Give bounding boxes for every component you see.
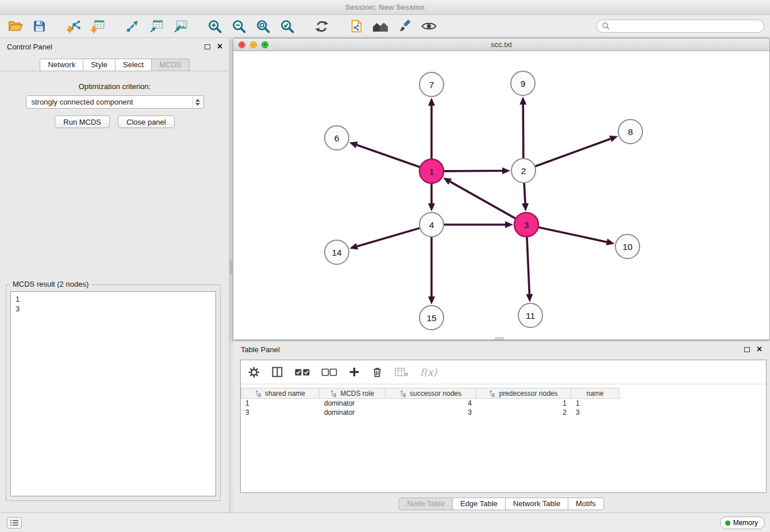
import-network-button[interactable]	[64, 17, 83, 36]
graph-node-9[interactable]: 9	[511, 71, 535, 95]
deselect-all-button[interactable]	[321, 367, 337, 378]
tab-select[interactable]: Select	[116, 59, 152, 71]
graph-edge-2-9[interactable]	[523, 105, 523, 159]
export-image-button[interactable]	[171, 17, 190, 36]
refresh-button[interactable]	[313, 17, 331, 36]
delete-table-icon	[394, 367, 409, 378]
svg-text:1: 1	[429, 167, 434, 176]
mcds-result-box[interactable]: 1 3	[10, 291, 216, 496]
columns-icon	[271, 366, 283, 378]
graph-node-4[interactable]: 4	[419, 213, 444, 237]
network-overview-button[interactable]	[371, 17, 390, 36]
tab-motifs[interactable]: Motifs	[568, 498, 604, 510]
tab-network-table[interactable]: Network Table	[506, 498, 568, 510]
tab-network[interactable]: Network	[40, 59, 83, 71]
column-header-successor-nodes[interactable]: successor nodes	[386, 388, 476, 399]
edge-arrowhead-icon	[428, 203, 435, 211]
criterion-dropdown[interactable]: strongly connected component	[26, 95, 204, 109]
edge-arrowhead-icon	[609, 136, 618, 142]
zoom-out-button[interactable]	[230, 17, 248, 36]
style-brush-button[interactable]	[395, 17, 414, 36]
show-columns-button[interactable]	[271, 366, 283, 378]
table-row[interactable]: 3 dominator 3 2 3	[241, 408, 766, 417]
column-header-predecessor-nodes[interactable]: predecessor nodes	[476, 388, 571, 399]
home-icon	[372, 20, 389, 33]
tab-edge-table[interactable]: Edge Table	[453, 498, 506, 510]
network-graph[interactable]: 7968124314101511	[233, 51, 769, 340]
close-panel-button[interactable]: Close panel	[118, 115, 175, 128]
graph-edge-1-6[interactable]	[357, 145, 420, 167]
run-mcds-button[interactable]: Run MCDS	[55, 115, 110, 128]
edge-arrowhead-icon	[505, 221, 513, 228]
window-zoom-icon[interactable]: +	[261, 41, 268, 48]
graph-node-6[interactable]: 6	[325, 126, 349, 150]
document-network-button[interactable]	[347, 17, 365, 36]
export-network-button[interactable]	[123, 17, 141, 36]
delete-row-button[interactable]	[371, 366, 383, 378]
application-window: Session: New Session	[0, 0, 770, 532]
show-hide-button[interactable]	[419, 17, 438, 36]
zoom-fit-button[interactable]	[254, 17, 272, 36]
tab-mcds[interactable]: MCDS	[152, 59, 189, 71]
svg-text:2: 2	[521, 166, 526, 176]
window-resize-handle[interactable]	[495, 337, 504, 340]
mcds-result-title: MCDS result (2 nodes)	[10, 280, 91, 288]
column-header-mcds-role[interactable]: MCDS role	[319, 388, 386, 399]
graph-node-10[interactable]: 10	[615, 234, 640, 259]
column-header-name[interactable]: name	[571, 388, 619, 399]
task-history-button[interactable]	[7, 517, 22, 529]
tree-icon	[400, 390, 407, 397]
document-network-icon	[349, 19, 364, 33]
graph-edge-2-3[interactable]	[524, 183, 525, 203]
window-minimize-icon[interactable]: −	[250, 41, 257, 48]
close-panel-icon[interactable]: ×	[217, 43, 222, 51]
import-table-button[interactable]	[88, 17, 107, 36]
zoom-in-button[interactable]	[206, 17, 224, 36]
edge-arrowhead-icon	[526, 294, 533, 302]
window-close-icon[interactable]: ×	[238, 41, 245, 48]
zoom-fit-icon	[256, 19, 271, 34]
graph-edge-2-8[interactable]	[535, 139, 611, 167]
memory-button[interactable]: Memory	[720, 516, 765, 529]
search-input[interactable]	[613, 22, 759, 30]
mcds-result-line: 3	[16, 304, 215, 314]
float-table-panel-icon[interactable]	[744, 347, 750, 352]
graph-node-2[interactable]: 2	[511, 159, 536, 183]
graph-edge-3-11[interactable]	[527, 237, 529, 294]
save-session-button[interactable]	[30, 17, 48, 36]
graph-node-8[interactable]: 8	[618, 119, 642, 144]
zoom-selected-button[interactable]	[278, 17, 297, 36]
graph-node-14[interactable]: 14	[325, 240, 349, 264]
select-all-button[interactable]	[294, 367, 310, 378]
network-canvas[interactable]: 7968124314101511	[233, 51, 769, 340]
graph-node-15[interactable]: 15	[419, 306, 444, 330]
tab-style[interactable]: Style	[83, 59, 116, 71]
import-network-icon	[66, 19, 82, 34]
close-table-panel-icon[interactable]: ×	[757, 345, 762, 353]
graph-node-1[interactable]: 1	[419, 159, 444, 183]
table-row[interactable]: 1 dominator 4 1 1	[241, 399, 766, 408]
plus-icon	[348, 366, 360, 378]
graph-edge-3-1[interactable]	[450, 182, 515, 219]
edge-arrowhead-icon	[522, 203, 529, 211]
panel-divider-handle[interactable]	[230, 260, 232, 275]
graph-edge-4-14[interactable]	[357, 228, 420, 246]
graph-edge-3-10[interactable]	[538, 227, 607, 242]
graph-node-3[interactable]: 3	[514, 213, 538, 237]
svg-text:8: 8	[628, 127, 633, 137]
svg-text:15: 15	[426, 313, 436, 323]
column-header-shared-name[interactable]: shared name	[241, 388, 319, 399]
tab-node-table[interactable]: Node Table	[399, 498, 453, 510]
table-settings-button[interactable]	[248, 366, 260, 379]
float-panel-icon[interactable]	[205, 44, 210, 49]
zoom-selected-icon	[280, 19, 295, 34]
graph-edge-1-2[interactable]	[444, 171, 502, 171]
graph-node-7[interactable]: 7	[419, 72, 444, 97]
memory-label: Memory	[733, 519, 758, 527]
network-window-titlebar[interactable]: scc.txt × − +	[233, 38, 769, 51]
add-row-button[interactable]	[348, 366, 360, 378]
graph-node-11[interactable]: 11	[518, 303, 542, 327]
export-table-button[interactable]	[147, 17, 165, 36]
control-panel-title: Control Panel	[7, 43, 205, 51]
open-session-button[interactable]	[6, 17, 24, 36]
